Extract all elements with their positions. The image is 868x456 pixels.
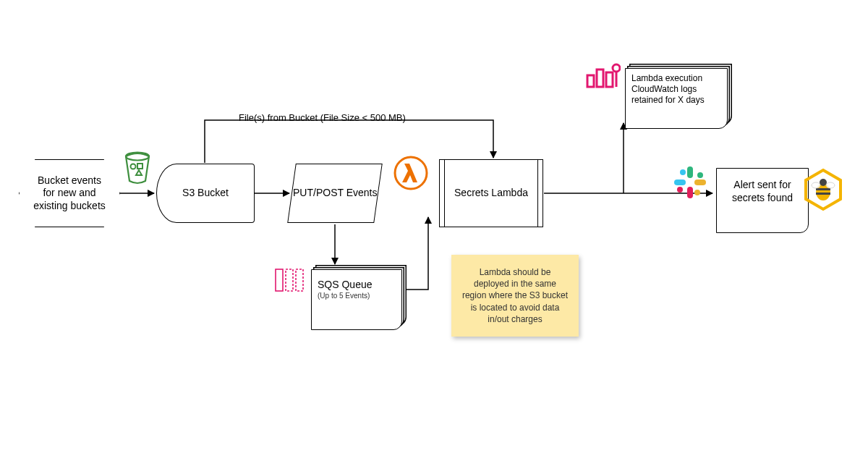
- svg-point-29: [812, 182, 820, 188]
- svg-point-22: [694, 190, 700, 195]
- put-post-node: PUT/POST Events: [287, 164, 383, 223]
- svg-point-5: [131, 164, 136, 169]
- svg-rect-11: [587, 75, 594, 87]
- lambda-icon: [393, 156, 428, 190]
- svg-rect-9: [286, 269, 293, 291]
- alert-label: Alert sent for secrets found: [732, 179, 793, 203]
- alert-node: Alert sent for secrets found: [716, 168, 809, 233]
- svg-point-28: [820, 179, 827, 186]
- secrets-lambda-label: Secrets Lambda: [454, 187, 528, 200]
- s3-bucket-icon: [122, 149, 153, 185]
- svg-rect-10: [296, 269, 303, 291]
- deployment-note: Lambda should be deployed in the same re…: [451, 255, 579, 337]
- cloudwatch-label: Lambda execution CloudWatch logs retaine…: [631, 73, 705, 105]
- svg-point-21: [697, 172, 703, 178]
- svg-rect-19: [674, 180, 686, 185]
- svg-point-20: [680, 169, 686, 175]
- s3-bucket-label: S3 Bucket: [182, 187, 229, 200]
- secrets-lambda-node: Secrets Lambda: [444, 159, 538, 227]
- svg-rect-6: [137, 164, 142, 169]
- bucket-events-label: Bucket events for new and existing bucke…: [33, 174, 106, 213]
- svg-rect-17: [694, 180, 706, 185]
- honeycomb-icon: [803, 168, 843, 211]
- svg-rect-8: [276, 269, 283, 291]
- bucket-events-node: Bucket events for new and existing bucke…: [19, 159, 120, 227]
- cloudwatch-node: Lambda execution CloudWatch logs retaine…: [625, 68, 728, 129]
- put-post-label: PUT/POST Events: [293, 187, 377, 200]
- svg-rect-12: [597, 69, 603, 87]
- svg-rect-27: [816, 193, 830, 195]
- svg-point-30: [826, 182, 835, 188]
- svg-point-14: [613, 64, 620, 72]
- svg-rect-18: [687, 187, 693, 198]
- deployment-note-text: Lambda should be deployed in the same re…: [462, 267, 568, 324]
- sqs-title: SQS Queue: [318, 279, 396, 292]
- slack-icon: [671, 164, 709, 201]
- svg-rect-13: [606, 72, 613, 87]
- sqs-icon: [275, 268, 307, 292]
- svg-rect-16: [687, 166, 693, 178]
- diagram-canvas: Bucket events for new and existing bucke…: [0, 0, 868, 456]
- svg-rect-26: [816, 188, 830, 190]
- svg-point-23: [677, 187, 683, 193]
- sqs-sub: (Up to 5 Events): [318, 292, 396, 301]
- s3-bucket-node: S3 Bucket: [156, 164, 255, 223]
- files-from-bucket-label: File(s) from Bucket (File Size < 500 MB): [239, 112, 406, 123]
- cloudwatch-icon: [586, 61, 621, 90]
- sqs-queue-node: SQS Queue (Up to 5 Events): [311, 269, 402, 330]
